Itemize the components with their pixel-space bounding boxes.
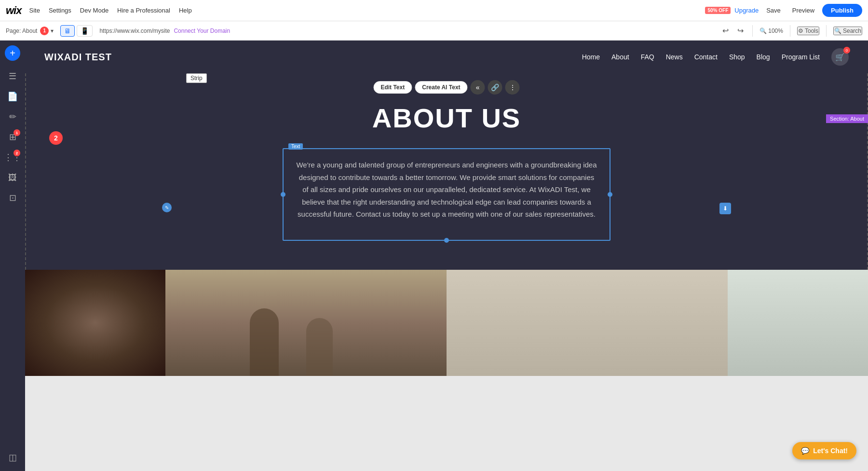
badge-50off: 50% OFF: [705, 7, 731, 14]
tools-icon: ⚙: [798, 28, 803, 34]
sidebar-icon-media[interactable]: 🖼: [4, 169, 21, 186]
about-heading: ABOUT US: [45, 102, 848, 134]
about-section: Edit Text Create AI Text « 🔗 ⋮ ABOUT US …: [25, 73, 868, 270]
image-panel-2[interactable]: [165, 270, 447, 376]
nav-about[interactable]: About: [611, 53, 629, 61]
site-canvas: WIXADI TEST Home About FAQ News Contact …: [25, 41, 868, 376]
nav-contact[interactable]: Contact: [694, 53, 718, 61]
divider: [752, 25, 753, 37]
second-bar-right: ↩ ↪ 🔍 100% ⚙ Tools 🔍 Search: [720, 25, 862, 37]
sidebar-icon-components[interactable]: ⊞ 1: [4, 128, 21, 146]
page-number-badge: 1: [40, 27, 49, 35]
redo-button[interactable]: ↪: [735, 25, 746, 36]
toolbar-icon-more[interactable]: ⋮: [505, 80, 520, 95]
apps-badge: 2: [14, 150, 20, 156]
strip-label[interactable]: Strip: [186, 73, 207, 83]
nav-shop[interactable]: Shop: [729, 53, 745, 61]
search-button[interactable]: 🔍 Search: [833, 27, 862, 35]
top-right-handle[interactable]: ⬇: [719, 203, 731, 214]
preview-button[interactable]: Preview: [788, 5, 818, 16]
url-display: https://www.wix.com/mysite: [99, 28, 170, 34]
create-ai-text-button[interactable]: Create AI Text: [415, 81, 467, 94]
badge-number-2: 2: [49, 131, 63, 145]
design-icon: ✏: [9, 111, 16, 122]
main-layout: + ☰ 📄 ✏ ⊞ 1 ⋮⋮ 2 🖼 ⊡ ◫: [0, 41, 868, 471]
chat-button[interactable]: 💬 Let's Chat!: [792, 442, 856, 459]
desktop-device-button[interactable]: 🖥: [60, 25, 75, 37]
top-bar: wix Site Settings Dev Mode Hire a Profes…: [0, 0, 868, 21]
menu-settings[interactable]: Settings: [49, 7, 71, 14]
cart-button[interactable]: 🛒 0: [831, 48, 849, 66]
page-label: Page: About: [6, 28, 37, 34]
text-box[interactable]: Text We're a young and talented group of…: [283, 148, 610, 241]
section-about-label: Section: About: [826, 114, 868, 123]
text-label-badge: Text: [288, 143, 303, 150]
resize-handle-right[interactable]: [608, 192, 612, 197]
chat-label: Let's Chat!: [813, 447, 848, 455]
resize-handle-bottom[interactable]: [444, 238, 449, 243]
tools-label: Tools: [805, 28, 818, 34]
image-panel-3[interactable]: [447, 270, 728, 376]
sidebar-icon-sections[interactable]: ⊡: [4, 189, 21, 207]
cart-badge: 0: [843, 47, 850, 54]
site-nav: WIXADI TEST Home About FAQ News Contact …: [25, 41, 868, 73]
image-section: [25, 270, 868, 376]
pages-icon: 📄: [7, 91, 18, 102]
add-element-button[interactable]: +: [5, 45, 20, 61]
toolbar-icon-link[interactable]: 🔗: [488, 80, 502, 95]
nav-blog[interactable]: Blog: [757, 53, 770, 61]
menu-site[interactable]: Site: [29, 7, 40, 14]
save-button[interactable]: Save: [762, 5, 785, 16]
wix-logo: wix: [6, 4, 21, 17]
search-icon: 🔍: [834, 28, 841, 34]
nav-home[interactable]: Home: [582, 53, 600, 61]
components-badge: 1: [14, 129, 20, 136]
resize-handle-left[interactable]: [281, 192, 285, 197]
top-bar-right: 50% OFF Upgrade Save Preview Publish: [705, 4, 862, 17]
sidebar-icon-apps[interactable]: ⋮⋮ 2: [4, 149, 21, 166]
menu-icon: ☰: [9, 71, 16, 82]
divider2: [790, 25, 790, 37]
connect-domain-link[interactable]: Connect Your Domain: [174, 28, 230, 34]
menu-help[interactable]: Help: [179, 7, 192, 14]
second-bar: Page: About 1 ▾ 🖥 📱 https://www.wix.com/…: [0, 21, 868, 41]
edit-toolbar: Edit Text Create AI Text « 🔗 ⋮: [373, 80, 519, 95]
sidebar-bottom: ◫: [4, 449, 21, 466]
sidebar-icon-menu[interactable]: ☰: [4, 68, 21, 85]
undo-button[interactable]: ↩: [720, 25, 731, 36]
menu-hire[interactable]: Hire a Professional: [117, 7, 170, 14]
edit-text-button[interactable]: Edit Text: [373, 81, 412, 94]
zoom-display: 🔍 100%: [760, 28, 783, 34]
menu-devmode[interactable]: Dev Mode: [80, 7, 108, 14]
site-title: WIXADI TEST: [44, 52, 112, 63]
divider3: [826, 25, 827, 37]
nav-news[interactable]: News: [666, 53, 683, 61]
left-sidebar: + ☰ 📄 ✏ ⊞ 1 ⋮⋮ 2 🖼 ⊡ ◫: [0, 41, 25, 471]
publish-button[interactable]: Publish: [822, 4, 862, 17]
layers-icon: ◫: [9, 452, 17, 463]
toolbar-icon-back[interactable]: «: [471, 80, 485, 95]
nav-links: Home About FAQ News Contact Shop Blog Pr…: [582, 48, 849, 66]
about-body-text: We're a young and talented group of entr…: [295, 159, 598, 221]
search-label: Search: [843, 28, 861, 34]
chat-icon: 💬: [801, 447, 809, 455]
image-panel-4[interactable]: [728, 270, 868, 376]
sidebar-icon-design[interactable]: ✏: [4, 108, 21, 125]
device-buttons: 🖥 📱: [60, 25, 93, 37]
sections-icon: ⊡: [9, 193, 16, 203]
nav-program-list[interactable]: Program List: [782, 53, 820, 61]
mobile-device-button[interactable]: 📱: [77, 25, 93, 37]
sidebar-icon-layers[interactable]: ◫: [4, 449, 21, 466]
tools-button[interactable]: ⚙ Tools: [797, 27, 819, 35]
canvas-area[interactable]: WIXADI TEST Home About FAQ News Contact …: [25, 41, 868, 471]
sidebar-icon-pages[interactable]: 📄: [4, 88, 21, 105]
left-edit-handle[interactable]: ✎: [162, 203, 172, 212]
image-panel-1[interactable]: [25, 270, 165, 376]
page-dropdown-arrow[interactable]: ▾: [51, 28, 54, 34]
upgrade-link[interactable]: Upgrade: [734, 7, 759, 14]
media-icon: 🖼: [8, 173, 17, 183]
nav-faq[interactable]: FAQ: [641, 53, 654, 61]
